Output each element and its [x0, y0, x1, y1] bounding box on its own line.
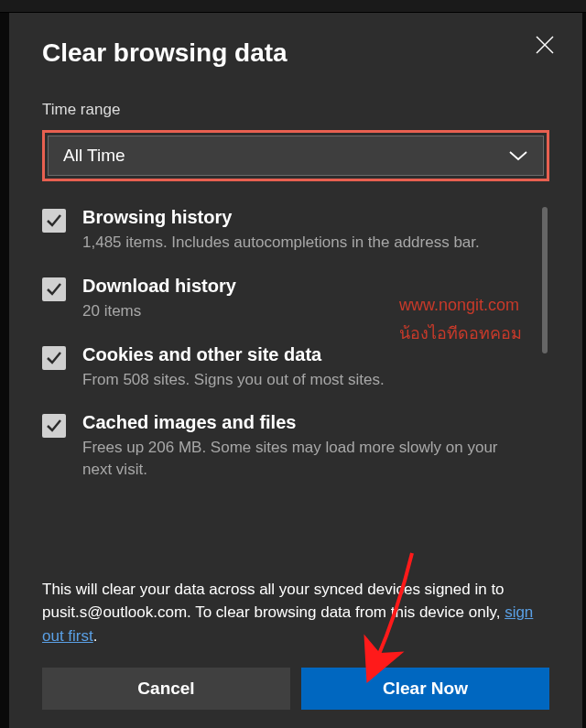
option-text: Cookies and other site data From 508 sit…	[82, 344, 527, 391]
checkbox-cookies[interactable]	[42, 346, 66, 370]
checkbox-cached[interactable]	[42, 414, 66, 438]
scrollbar-thumb[interactable]	[542, 207, 548, 353]
checkbox-browsing-history[interactable]	[42, 209, 66, 233]
checkmark-icon	[46, 281, 62, 298]
dialog-title: Clear browsing data	[42, 38, 288, 68]
time-range-dropdown[interactable]: All Time	[48, 136, 544, 176]
footer-note-post: .	[93, 627, 98, 645]
option-title: Browsing history	[82, 207, 527, 228]
option-desc: From 508 sites. Signs you out of most si…	[82, 369, 527, 391]
options-area: Browsing history 1,485 items. Includes a…	[42, 207, 549, 567]
close-icon	[535, 35, 555, 55]
option-cached-images: Cached images and files Frees up 206 MB.…	[42, 412, 527, 481]
footer-note: This will clear your data across all you…	[42, 578, 549, 648]
checkmark-icon	[46, 350, 62, 366]
time-range-label: Time range	[42, 101, 549, 119]
option-text: Cached images and files Frees up 206 MB.…	[82, 412, 527, 481]
fade-overlay	[42, 547, 527, 567]
chevron-down-icon	[508, 149, 528, 162]
dialog-header: Clear browsing data	[42, 38, 549, 68]
option-cookies: Cookies and other site data From 508 sit…	[42, 344, 527, 391]
option-title: Cached images and files	[82, 412, 527, 433]
option-download-history: Download history 20 items	[42, 276, 527, 322]
option-desc: Frees up 206 MB. Some sites may load mor…	[82, 437, 527, 481]
clear-browsing-dialog: Clear browsing data Time range All Time	[9, 13, 582, 728]
option-title: Cookies and other site data	[82, 344, 527, 365]
clear-now-button[interactable]: Clear Now	[301, 668, 549, 710]
option-title: Download history	[82, 276, 527, 297]
button-row: Cancel Clear Now	[42, 668, 549, 710]
options-list: Browsing history 1,485 items. Includes a…	[42, 207, 549, 509]
cancel-button[interactable]: Cancel	[42, 668, 290, 710]
option-desc: 1,485 items. Includes autocompletions in…	[82, 232, 527, 254]
option-text: Browsing history 1,485 items. Includes a…	[82, 207, 527, 254]
time-range-value: All Time	[63, 146, 125, 166]
checkmark-icon	[46, 418, 62, 434]
option-text: Download history 20 items	[82, 276, 527, 322]
window-top-bar	[0, 0, 586, 13]
checkmark-icon	[46, 212, 62, 229]
footer-note-pre: This will clear your data across all you…	[42, 581, 505, 622]
close-button[interactable]	[531, 31, 559, 62]
time-range-highlight: All Time	[42, 130, 549, 181]
option-desc: 20 items	[82, 300, 527, 322]
checkbox-download-history[interactable]	[42, 277, 66, 301]
option-browsing-history: Browsing history 1,485 items. Includes a…	[42, 207, 527, 254]
